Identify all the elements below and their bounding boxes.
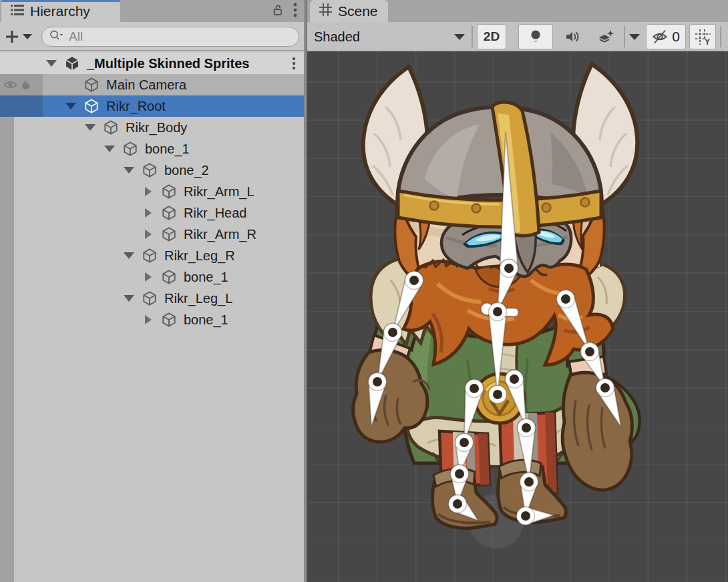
row-label: Rikr_Arm_R	[184, 224, 256, 245]
add-object-dropdown-icon	[23, 34, 32, 39]
hierarchy-panel: Hierarchy	[0, 0, 304, 582]
row-toggle-gutter[interactable]	[0, 117, 14, 138]
row-label: Rikr_Root	[106, 95, 166, 117]
collapse-triangle-icon[interactable]	[46, 53, 57, 74]
row-toggle-gutter[interactable]	[0, 181, 14, 202]
2d-label: 2D	[484, 29, 500, 44]
row-toggle-gutter[interactable]	[0, 160, 14, 181]
bone-joint-center	[470, 384, 479, 393]
expand-triangle-icon[interactable]	[143, 181, 154, 202]
row-label: bone_1	[184, 309, 228, 330]
row-label: bone_1	[184, 266, 228, 288]
hierarchy-row-main-camera[interactable]: Main Camera	[0, 74, 304, 95]
row-toggle-gutter[interactable]	[0, 224, 14, 245]
speaker-icon	[564, 29, 580, 44]
bone-joint-center	[388, 328, 397, 337]
gameobject-cube-icon	[83, 77, 100, 93]
scene-grid-icon	[319, 3, 332, 19]
collapse-triangle-icon[interactable]	[85, 117, 96, 138]
viking-body	[353, 64, 640, 528]
gameobject-cube-icon	[161, 269, 177, 285]
expand-triangle-icon[interactable]	[143, 266, 154, 288]
bone-joint-center	[510, 374, 519, 384]
hierarchy-kebab-menu-icon[interactable]	[293, 3, 297, 20]
effects-star-icon	[597, 29, 614, 45]
bone-joint-center	[460, 438, 469, 447]
scene-header-kebab-icon[interactable]	[292, 57, 296, 73]
row-toggle-gutter[interactable]	[0, 202, 14, 224]
hierarchy-row-bone-1[interactable]: bone_1	[0, 138, 304, 160]
scene-effects-button[interactable]	[590, 24, 621, 49]
svg-text:Y: Y	[705, 37, 710, 45]
row-toggle-gutter[interactable]	[0, 309, 14, 330]
gameobject-cube-icon	[161, 205, 177, 221]
bone-joint-center	[524, 477, 534, 487]
bone-joint-center	[600, 383, 610, 392]
row-label: Rikr_Arm_L	[184, 181, 254, 202]
toggle-2d-button[interactable]: 2D	[477, 24, 506, 49]
tab-hierarchy[interactable]: Hierarchy	[1, 0, 120, 22]
scene-audio-button[interactable]	[556, 24, 588, 49]
row-label: bone_2	[164, 160, 209, 181]
hierarchy-row--multiple-skinned-sprites[interactable]: _Multiple Skinned Sprites	[0, 53, 304, 74]
unity-editor-window: Hierarchy	[0, 0, 728, 582]
row-label: Rikr_Leg_R	[164, 245, 235, 266]
unlock-icon[interactable]	[272, 3, 284, 19]
hierarchy-row-rikr-leg-l[interactable]: Rikr_Leg_L	[0, 288, 304, 309]
tab-scene[interactable]: Scene	[310, 0, 388, 22]
hidden-objects-button[interactable]: 0	[646, 24, 686, 49]
hierarchy-toolbar	[0, 22, 304, 51]
hidden-count-label: 0	[672, 29, 680, 45]
collapse-triangle-icon[interactable]	[124, 245, 134, 266]
draw-mode-dropdown[interactable]: Shaded	[314, 22, 360, 51]
scene-viewport[interactable]	[307, 51, 728, 582]
hierarchy-search-field[interactable]	[41, 27, 299, 47]
effects-dropdown-icon[interactable]	[626, 24, 643, 49]
grid-axis-icon: Y	[695, 29, 711, 45]
scene-lighting-button[interactable]	[518, 24, 553, 49]
scene-panel: Scene Shaded 2D	[307, 0, 728, 582]
gameobject-cube-icon	[161, 184, 177, 200]
row-toggle-gutter[interactable]	[0, 245, 14, 266]
search-input[interactable]	[69, 29, 292, 44]
expand-triangle-icon[interactable]	[143, 309, 154, 330]
grid-settings-button[interactable]: Y	[689, 24, 716, 49]
gameobject-cube-icon	[122, 141, 138, 157]
gameobject-cube-icon	[161, 312, 177, 328]
bone-joint-center	[493, 307, 502, 316]
bone-joint-center	[373, 377, 382, 386]
collapse-triangle-icon[interactable]	[124, 160, 134, 181]
row-toggle-gutter[interactable]	[0, 266, 14, 288]
draw-mode-caret-icon[interactable]	[451, 24, 468, 49]
add-object-button[interactable]	[5, 27, 34, 47]
row-toggle-gutter[interactable]	[0, 95, 43, 117]
gameobject-cube-icon	[103, 119, 119, 135]
eye-icon[interactable]	[3, 74, 17, 95]
bone-joint-center	[522, 423, 531, 432]
gameobject-cube-icon	[161, 226, 177, 242]
collapse-triangle-icon[interactable]	[104, 138, 115, 160]
hierarchy-row-rikr-arm-r[interactable]: Rikr_Arm_R	[0, 224, 304, 245]
lightbulb-icon	[528, 29, 543, 45]
hierarchy-row-bone-1[interactable]: bone_1	[0, 266, 304, 288]
hierarchy-row-rikr-leg-r[interactable]: Rikr_Leg_R	[0, 245, 304, 266]
bone-joint-center	[504, 264, 514, 273]
hierarchy-row-rikr-head[interactable]: Rikr_Head	[0, 202, 304, 224]
hierarchy-row-bone-2[interactable]: bone_2	[0, 160, 304, 181]
collapse-triangle-icon[interactable]	[124, 288, 134, 309]
bone-joint-center	[585, 347, 594, 356]
row-toggle-gutter[interactable]	[0, 288, 14, 309]
scene-tab-label: Scene	[338, 3, 378, 19]
row-toggle-gutter[interactable]	[0, 138, 14, 160]
expand-triangle-icon[interactable]	[143, 224, 154, 245]
search-icon	[49, 29, 65, 44]
bone-joint-center	[409, 276, 419, 285]
hierarchy-row-bone-1[interactable]: bone_1	[0, 309, 304, 330]
expand-triangle-icon[interactable]	[143, 202, 154, 224]
bone-joint-center	[453, 499, 462, 509]
hierarchy-row-rikr-root[interactable]: Rikr_Root	[0, 95, 304, 117]
hierarchy-row-rikr-body[interactable]: Rikr_Body	[0, 117, 304, 138]
hand-icon[interactable]	[20, 74, 31, 95]
collapse-triangle-icon[interactable]	[65, 95, 76, 117]
hierarchy-row-rikr-arm-l[interactable]: Rikr_Arm_L	[0, 181, 304, 202]
